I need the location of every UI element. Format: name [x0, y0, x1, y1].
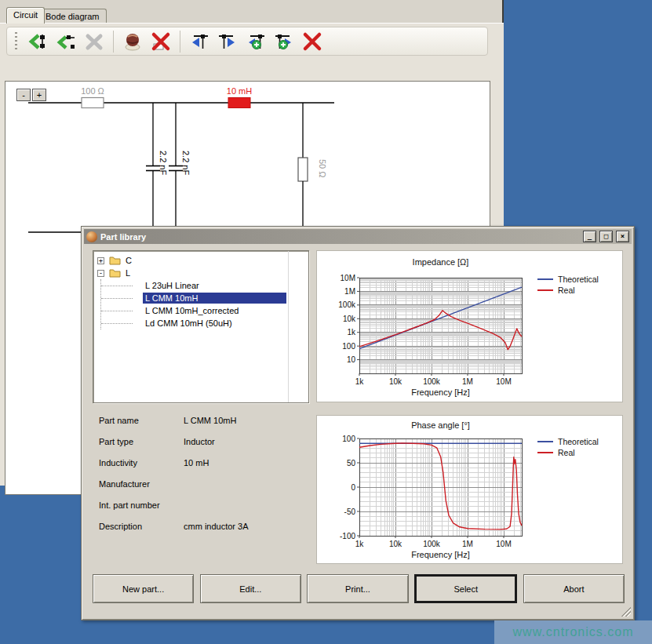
part-library-icon — [122, 31, 143, 52]
svg-text:50: 50 — [347, 459, 356, 468]
svg-text:-50: -50 — [344, 508, 356, 516]
capacitor-1-symbol[interactable] — [146, 103, 160, 232]
cut-disabled-icon — [84, 31, 104, 52]
part-library-button[interactable] — [120, 30, 145, 53]
svg-text:0: 0 — [351, 483, 355, 492]
undo-insert-part-icon — [27, 31, 48, 52]
toolbar-drag-handle[interactable] — [15, 32, 17, 51]
tree-leaf[interactable]: L CMM 10mH_corrected — [93, 304, 308, 317]
tree-leaf[interactable]: L 23uH Linear — [93, 279, 308, 292]
tab-strip: Circuit Bode diagram — [0, 0, 502, 23]
tree-leaf-label[interactable]: L CMM 10mH_corrected — [143, 305, 241, 316]
capacitor-1-label: 2.2 nF — [158, 151, 168, 175]
undo-insert-part-button[interactable] — [25, 30, 50, 53]
move-part-left-button[interactable] — [187, 30, 212, 53]
toolbar-separator — [113, 31, 114, 53]
svg-text:-100: -100 — [340, 532, 355, 540]
detail-row-part-name: Part name L CMM 10mH — [99, 409, 311, 431]
detail-label: Inductivity — [99, 458, 184, 468]
tab-circuit[interactable]: Circuit — [6, 7, 45, 24]
series-resistor-label: 100 Ω — [81, 86, 104, 96]
delete-branch-icon — [302, 31, 322, 52]
svg-text:100k: 100k — [423, 377, 441, 386]
tree-leaf-label[interactable]: L 23uH Linear — [143, 280, 202, 291]
move-part-right-button[interactable] — [215, 30, 240, 53]
tree-leaf-label-selected[interactable]: L CMM 10mH — [143, 293, 286, 304]
abort-button[interactable]: Abort — [523, 574, 625, 603]
svg-text:100: 100 — [342, 435, 355, 443]
undo-insert-small-part-icon — [56, 31, 76, 52]
tree-node-c[interactable]: + C — [93, 254, 308, 267]
tree-leaf-selected[interactable]: L CMM 10mH — [93, 292, 308, 304]
part-tree[interactable]: + C - L L 23uH Linear L CMM 10mH L CMM 1… — [93, 250, 309, 403]
delete-part-button[interactable] — [148, 30, 173, 53]
inductor-symbol-selected[interactable] — [228, 98, 250, 108]
detail-label: Part type — [99, 437, 184, 446]
tab-bode-diagram[interactable]: Bode diagram — [38, 9, 107, 23]
edit-button[interactable]: Edit... — [200, 574, 301, 603]
insert-part-left-button[interactable] — [243, 30, 268, 53]
impedance-chart: 1k10k100k1M10M10M1M100k10k1k10010Impedan… — [317, 251, 622, 402]
svg-text:Real: Real — [558, 286, 575, 295]
collapse-icon[interactable]: - — [97, 270, 104, 277]
insert-part-right-button[interactable] — [271, 30, 297, 53]
delete-branch-button[interactable] — [300, 30, 325, 53]
svg-text:10M: 10M — [496, 540, 511, 548]
svg-text:100k: 100k — [423, 540, 441, 548]
tree-leaf-label[interactable]: Ld CMM 10mH (50uH) — [143, 318, 235, 329]
svg-text:10k: 10k — [389, 377, 402, 386]
svg-text:10k: 10k — [389, 540, 402, 548]
svg-text:10M: 10M — [341, 274, 355, 282]
resize-grip[interactable] — [621, 606, 631, 617]
svg-text:Theoretical: Theoretical — [558, 437, 599, 446]
move-part-right-icon — [217, 31, 238, 52]
capacitor-2-symbol[interactable] — [169, 103, 183, 232]
expand-icon[interactable]: + — [97, 257, 104, 264]
detail-label: Description — [99, 522, 184, 531]
svg-text:1k: 1k — [347, 328, 356, 337]
maximize-button[interactable]: □ — [599, 231, 613, 242]
detail-value: 10 mH — [184, 458, 311, 468]
watermark-text: www.cntronics.com — [513, 625, 634, 639]
dialog-titlebar[interactable]: Part library _ □ × — [84, 229, 632, 244]
delete-part-icon — [151, 31, 171, 52]
detail-value: Inductor — [184, 437, 311, 446]
series-resistor-symbol[interactable] — [82, 98, 104, 108]
tree-node-label[interactable]: L — [126, 268, 130, 278]
svg-text:1M: 1M — [344, 287, 355, 296]
toolbar — [6, 27, 488, 56]
inductor-label: 10 mH — [227, 86, 252, 96]
undo-insert-small-part-button[interactable] — [53, 30, 78, 53]
tree-node-l[interactable]: - L — [93, 267, 308, 279]
part-details: Part name L CMM 10mH Part type Inductor … — [99, 409, 311, 537]
detail-value: L CMM 10mH — [184, 416, 311, 425]
load-resistor-label: 50 Ω — [318, 159, 327, 178]
svg-text:Real: Real — [558, 448, 575, 457]
cut-disabled-button[interactable] — [82, 30, 107, 53]
part-library-app-icon — [86, 231, 97, 242]
detail-row-manufacturer: Manufacturer — [99, 473, 311, 494]
impedance-chart-panel: 1k10k100k1M10M10M1M100k10k1k10010Impedan… — [316, 250, 623, 402]
zoom-in-button[interactable]: + — [32, 89, 46, 101]
detail-row-description: Description cmm inductor 3A — [99, 515, 311, 537]
print-button[interactable]: Print... — [307, 574, 408, 603]
part-library-dialog: Part library _ □ × + C - L L 23uH Linear — [81, 226, 635, 620]
load-resistor-symbol[interactable] — [298, 103, 308, 232]
watermark-banner: www.cntronics.com — [494, 620, 652, 644]
select-button[interactable]: Select — [414, 574, 517, 603]
toolbar-separator — [180, 31, 180, 53]
svg-text:Theoretical: Theoretical — [558, 275, 599, 284]
tree-node-label[interactable]: C — [126, 256, 132, 265]
svg-text:10: 10 — [347, 355, 356, 364]
close-button[interactable]: × — [616, 231, 629, 242]
svg-text:Phase angle [°]: Phase angle [°] — [411, 420, 470, 430]
tree-leaf[interactable]: Ld CMM 10mH (50uH) — [93, 317, 308, 329]
minimize-button[interactable]: _ — [583, 231, 596, 242]
dialog-title: Part library — [100, 232, 580, 242]
folder-icon — [109, 257, 121, 265]
zoom-out-button[interactable]: - — [16, 89, 31, 101]
svg-text:10k: 10k — [343, 315, 356, 323]
svg-text:10M: 10M — [496, 377, 511, 386]
svg-text:Frequency [Hz]: Frequency [Hz] — [411, 550, 470, 559]
new-part-button[interactable]: New part... — [93, 574, 194, 603]
